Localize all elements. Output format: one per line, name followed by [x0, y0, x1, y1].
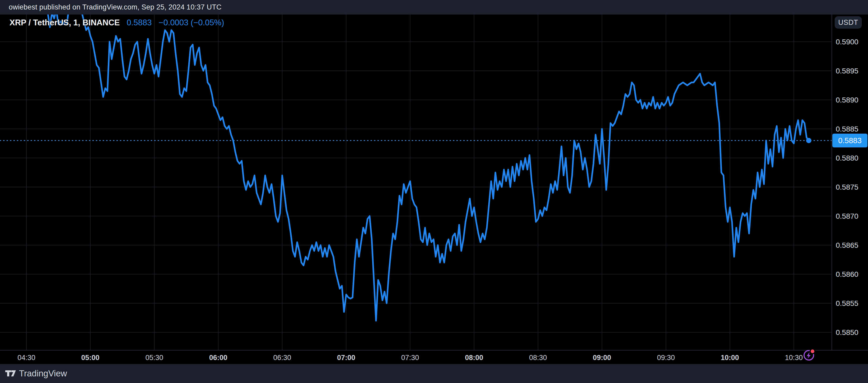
price-tick-label: 0.5890	[836, 96, 867, 104]
price-tick-label: 0.5850	[836, 328, 867, 337]
price-tick-label: 0.5895	[836, 67, 867, 75]
time-tick-label: 10:00	[721, 354, 739, 362]
price-scale[interactable]: 0.59000.58950.58900.58850.58800.58750.58…	[832, 14, 868, 364]
chart-plot-area[interactable]	[0, 14, 832, 350]
price-tick-label: 0.5855	[836, 299, 867, 308]
chart-legend: XRP / TetherUS, 1, BINANCE 0.5883 −0.000…	[9, 18, 224, 28]
time-tick-label: 10:30	[785, 354, 803, 362]
footer-bar: TradingView	[0, 364, 868, 383]
time-tick-label: 09:30	[657, 354, 675, 362]
price-tick-label: 0.5885	[836, 125, 867, 133]
price-chart-canvas[interactable]	[0, 14, 832, 350]
price-tick-label: 0.5880	[836, 154, 867, 162]
price-tick-label: 0.5865	[836, 241, 867, 250]
time-tick-label: 08:00	[465, 354, 483, 362]
price-tick-label: 0.5870	[836, 212, 867, 221]
legend-price-change: −0.0003 (−0.05%)	[158, 18, 224, 28]
time-tick-label: 07:30	[401, 354, 419, 362]
currency-toggle-button[interactable]: USDT	[835, 17, 862, 29]
tradingview-published-chart: owiebest published on TradingView.com, S…	[0, 0, 868, 383]
tradingview-icon	[5, 370, 16, 377]
last-price-badge: 0.5883	[832, 134, 867, 148]
time-tick-label: 07:00	[337, 354, 355, 362]
time-tick-label: 09:00	[593, 354, 611, 362]
symbol-title: XRP / TetherUS, 1, BINANCE	[9, 18, 120, 28]
time-tick-label: 05:00	[81, 354, 100, 362]
last-price-dot	[806, 138, 811, 143]
time-tick-label: 05:30	[145, 354, 163, 362]
time-scale[interactable]: 04:3005:0005:3006:0006:3007:0007:3008:00…	[0, 350, 868, 364]
time-tick-label: 04:30	[18, 354, 35, 362]
flash-boost-icon[interactable]	[802, 348, 817, 361]
publish-note: owiebest published on TradingView.com, S…	[9, 3, 222, 11]
price-tick-label: 0.5875	[836, 183, 867, 191]
tradingview-wordmark: TradingView	[19, 369, 67, 379]
price-tick-label: 0.5900	[836, 38, 867, 46]
price-line-series	[43, 14, 809, 321]
time-tick-label: 08:30	[529, 354, 547, 362]
price-tick-label: 0.5860	[836, 270, 867, 279]
tradingview-logo-link[interactable]: TradingView	[5, 369, 67, 379]
time-tick-label: 06:00	[209, 354, 227, 362]
grid-lines	[0, 14, 832, 350]
time-tick-label: 06:30	[273, 354, 291, 362]
legend-last-price: 0.5883	[127, 18, 152, 28]
publish-header-bar: owiebest published on TradingView.com, S…	[0, 0, 868, 14]
